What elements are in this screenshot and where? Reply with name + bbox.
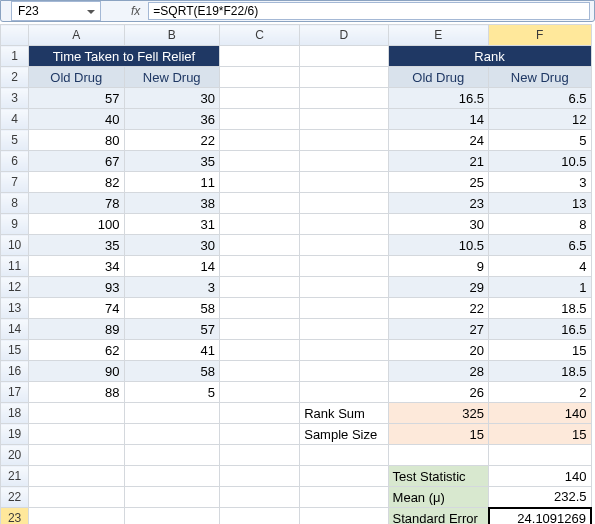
select-all-corner[interactable] (1, 25, 29, 46)
col-header-E[interactable]: E (388, 25, 488, 46)
cell[interactable] (219, 46, 299, 67)
cell[interactable]: 36 (124, 109, 219, 130)
fx-icon[interactable]: fx (131, 4, 140, 18)
cell[interactable] (124, 487, 219, 508)
cell[interactable]: 2 (489, 382, 592, 403)
cell[interactable]: 5 (489, 130, 592, 151)
cell[interactable] (219, 277, 299, 298)
cell[interactable] (219, 298, 299, 319)
cell[interactable]: 57 (124, 319, 219, 340)
cell[interactable]: 80 (29, 130, 124, 151)
cell[interactable]: 8 (489, 214, 592, 235)
cell[interactable] (219, 445, 299, 466)
cell[interactable] (124, 445, 219, 466)
row-header[interactable]: 6 (1, 151, 29, 172)
cell[interactable] (124, 424, 219, 445)
row-header[interactable]: 23 (1, 508, 29, 525)
cell[interactable]: 93 (29, 277, 124, 298)
cell[interactable] (300, 487, 388, 508)
cell[interactable]: 6.5 (489, 235, 592, 256)
cell[interactable] (219, 466, 299, 487)
cell[interactable] (219, 151, 299, 172)
row-header[interactable]: 21 (1, 466, 29, 487)
cell[interactable] (219, 193, 299, 214)
cell[interactable] (300, 277, 388, 298)
cell[interactable]: 20 (388, 340, 488, 361)
cell[interactable]: 25 (388, 172, 488, 193)
cell[interactable]: 14 (124, 256, 219, 277)
cell[interactable] (219, 88, 299, 109)
cell[interactable]: 30 (124, 88, 219, 109)
cell[interactable]: 58 (124, 298, 219, 319)
col-header-C[interactable]: C (219, 25, 299, 46)
cell[interactable] (388, 445, 488, 466)
cell[interactable] (300, 88, 388, 109)
cell[interactable] (219, 403, 299, 424)
cell[interactable]: 88 (29, 382, 124, 403)
col-header-D[interactable]: D (300, 25, 388, 46)
row-header[interactable]: 17 (1, 382, 29, 403)
sample-size-old[interactable]: 15 (388, 424, 488, 445)
cell[interactable]: 30 (388, 214, 488, 235)
row-header[interactable]: 2 (1, 67, 29, 88)
cell[interactable] (300, 67, 388, 88)
row-header[interactable]: 8 (1, 193, 29, 214)
cell[interactable]: 31 (124, 214, 219, 235)
stderr-value[interactable]: 24.1091269 (489, 508, 592, 525)
cell[interactable]: 3 (489, 172, 592, 193)
cell[interactable] (219, 382, 299, 403)
rank-sum-old[interactable]: 325 (388, 403, 488, 424)
cell[interactable]: 18.5 (489, 298, 592, 319)
cell[interactable]: 16.5 (489, 319, 592, 340)
row-header[interactable]: 16 (1, 361, 29, 382)
cell[interactable] (29, 424, 124, 445)
cell[interactable] (29, 508, 124, 525)
cell[interactable]: 21 (388, 151, 488, 172)
cell[interactable]: 10.5 (489, 151, 592, 172)
cell[interactable] (219, 340, 299, 361)
cell[interactable]: 13 (489, 193, 592, 214)
cell[interactable] (219, 256, 299, 277)
cell[interactable] (300, 151, 388, 172)
cell[interactable] (219, 130, 299, 151)
cell[interactable] (300, 445, 388, 466)
cell[interactable] (300, 256, 388, 277)
cell[interactable] (219, 487, 299, 508)
cell[interactable] (219, 508, 299, 525)
row-header[interactable]: 4 (1, 109, 29, 130)
test-statistic-value[interactable]: 140 (489, 466, 592, 487)
cell[interactable]: 28 (388, 361, 488, 382)
cell[interactable] (300, 46, 388, 67)
row-header[interactable]: 1 (1, 46, 29, 67)
cell[interactable]: 67 (29, 151, 124, 172)
cell[interactable] (300, 319, 388, 340)
cell[interactable]: 24 (388, 130, 488, 151)
cell[interactable]: 74 (29, 298, 124, 319)
cell[interactable]: 9 (388, 256, 488, 277)
cell[interactable] (124, 508, 219, 525)
cell[interactable]: 57 (29, 88, 124, 109)
cell[interactable]: 10.5 (388, 235, 488, 256)
cell[interactable]: 22 (124, 130, 219, 151)
cell[interactable]: 62 (29, 340, 124, 361)
cell[interactable]: 78 (29, 193, 124, 214)
cell[interactable]: 58 (124, 361, 219, 382)
cell[interactable] (219, 109, 299, 130)
cell[interactable]: 5 (124, 382, 219, 403)
cell[interactable] (300, 109, 388, 130)
cell[interactable] (300, 235, 388, 256)
sample-size-new[interactable]: 15 (489, 424, 592, 445)
formula-input[interactable]: =SQRT(E19*F22/6) (148, 2, 590, 20)
cell[interactable]: 40 (29, 109, 124, 130)
cell[interactable] (124, 403, 219, 424)
cell[interactable] (29, 445, 124, 466)
cell[interactable] (219, 319, 299, 340)
cell[interactable] (489, 445, 592, 466)
cell[interactable] (29, 403, 124, 424)
cell[interactable] (300, 466, 388, 487)
cell[interactable] (300, 214, 388, 235)
cell[interactable]: 41 (124, 340, 219, 361)
cell[interactable]: 12 (489, 109, 592, 130)
cell[interactable]: 90 (29, 361, 124, 382)
cell[interactable] (219, 214, 299, 235)
